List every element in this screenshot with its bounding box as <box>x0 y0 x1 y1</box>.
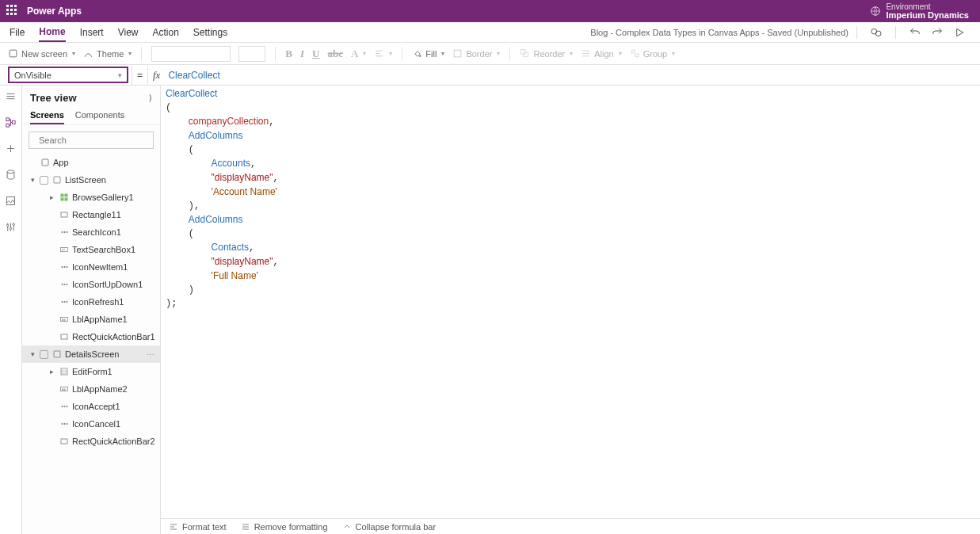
tab-screens[interactable]: Screens <box>30 107 64 124</box>
new-screen-label: New screen <box>21 49 67 59</box>
tree-item-label: IconAccept1 <box>72 402 120 411</box>
menu-view[interactable]: View <box>118 24 139 41</box>
collapse-icon[interactable]: ⟩ <box>149 93 152 102</box>
formula-code[interactable]: ClearCollect ( companyCollection, AddCol… <box>161 86 980 518</box>
svg-point-2 <box>875 31 881 36</box>
tree-item-label: DetailsScreen <box>65 349 119 359</box>
tab-components[interactable]: Components <box>75 107 124 124</box>
ico-icon <box>59 280 69 290</box>
tree-item-label: IconSortUpDown1 <box>72 280 143 289</box>
svg-rect-11 <box>6 124 10 127</box>
screen-icon <box>51 175 62 185</box>
svg-rect-20 <box>54 177 60 183</box>
font-select[interactable] <box>151 46 231 62</box>
tree-item-label: ListScreen <box>65 175 106 185</box>
collapse-formula-bar-button[interactable]: Collapse formula bar <box>342 522 437 532</box>
play-icon[interactable] <box>953 26 966 39</box>
strike-button[interactable]: abc <box>327 48 343 60</box>
svg-point-16 <box>10 227 12 230</box>
tree-control-node[interactable]: ▸EditForm1 <box>22 363 160 380</box>
fx-icon: fx <box>147 65 165 85</box>
underline-button[interactable]: U <box>312 48 319 60</box>
align-button[interactable]: Align <box>581 48 621 59</box>
text-align-button[interactable] <box>374 48 392 59</box>
svg-point-15 <box>7 224 10 227</box>
advanced-tools-icon[interactable] <box>5 221 17 233</box>
svg-rect-23 <box>60 198 63 201</box>
menu-home[interactable]: Home <box>39 23 65 42</box>
app-checker-icon[interactable] <box>870 26 883 39</box>
undo-icon[interactable] <box>909 26 921 39</box>
formula-bar-first-line[interactable]: ClearCollect <box>165 70 980 81</box>
tree-control-node[interactable]: ▸RectQuickActionBar1 <box>22 328 160 345</box>
ico-icon <box>59 227 69 238</box>
tree-item-label: BrowseGallery1 <box>72 193 134 202</box>
tree-control-node[interactable]: ▸AbLblAppName1 <box>22 311 160 328</box>
bold-button[interactable]: B <box>285 48 292 60</box>
svg-point-47 <box>63 406 65 407</box>
menu-action[interactable]: Action <box>153 24 179 41</box>
media-icon[interactable] <box>5 195 17 207</box>
svg-point-51 <box>66 423 67 425</box>
search-input[interactable] <box>39 135 148 145</box>
remove-formatting-button[interactable]: Remove formatting <box>241 522 328 532</box>
menu-file[interactable]: File <box>10 24 25 41</box>
tree-view-title: Tree view <box>30 92 77 104</box>
property-row: OnVisible ▾ = fx ClearCollect <box>0 65 980 86</box>
ico-icon <box>59 402 69 412</box>
italic-button[interactable]: I <box>300 48 304 60</box>
svg-rect-52 <box>61 439 67 444</box>
new-screen-button[interactable]: New screen <box>8 48 75 59</box>
tree-control-node[interactable]: ▸BrowseGallery1 <box>22 189 160 206</box>
tree-control-node[interactable]: ▸IconNewItem1 <box>22 258 160 276</box>
menu-bar: File Home Insert View Action Settings Bl… <box>0 22 980 43</box>
reorder-button[interactable]: Reorder <box>520 48 573 59</box>
tree-screen-node[interactable]: ▾ListScreen <box>22 171 160 189</box>
tree-control-node[interactable]: ▸TextSearchBox1 <box>22 241 160 258</box>
theme-button[interactable]: Theme <box>83 48 132 59</box>
property-selector[interactable]: OnVisible ▾ <box>8 67 128 83</box>
svg-point-30 <box>61 266 63 268</box>
group-button[interactable]: Group <box>630 48 676 59</box>
reorder-label: Reorder <box>533 49 565 59</box>
tree-control-node[interactable]: ▸SearchIcon1 <box>22 223 160 241</box>
chevron-right-icon[interactable]: ▸ <box>48 193 55 201</box>
insert-icon[interactable] <box>5 143 17 154</box>
menu-settings[interactable]: Settings <box>193 24 227 41</box>
font-color-button[interactable]: A <box>351 48 366 60</box>
tree-control-node[interactable]: ▸AbLblAppName2 <box>22 380 160 398</box>
rect-icon <box>59 332 69 342</box>
screen-checkbox[interactable] <box>40 350 48 359</box>
tree-control-node[interactable]: ▸IconRefresh1 <box>22 293 160 311</box>
format-text-button[interactable]: Format text <box>169 522 227 532</box>
svg-rect-10 <box>6 118 10 121</box>
environment-block[interactable]: Environment Imperium Dynamics <box>886 2 969 20</box>
chevron-down-icon[interactable]: ▾ <box>29 176 36 184</box>
tree-control-node[interactable]: ▸IconAccept1 <box>22 398 160 415</box>
redo-icon[interactable] <box>931 26 944 39</box>
svg-rect-25 <box>61 212 67 217</box>
data-icon[interactable] <box>5 169 17 181</box>
chevron-down-icon[interactable]: ▾ <box>29 350 36 358</box>
chevron-right-icon[interactable]: ▸ <box>48 368 55 376</box>
tree-search[interactable] <box>29 132 154 149</box>
tree-screen-node[interactable]: ▾DetailsScreen⋯ <box>22 345 160 363</box>
svg-point-31 <box>63 266 65 268</box>
menu-insert[interactable]: Insert <box>80 24 104 41</box>
tree-view-icon[interactable] <box>5 116 17 128</box>
fill-label: Fill <box>425 49 437 59</box>
hamburger-icon[interactable] <box>5 90 17 102</box>
screen-checkbox[interactable] <box>40 176 48 185</box>
tree-control-node[interactable]: ▸IconCancel1 <box>22 415 160 433</box>
tree-control-node[interactable]: ▸Rectangle11 <box>22 206 160 223</box>
more-icon[interactable]: ⋯ <box>147 350 155 359</box>
border-button[interactable]: Border <box>452 48 500 59</box>
left-rail <box>0 86 22 534</box>
tree-control-node[interactable]: ▸RectQuickActionBar2 <box>22 433 160 450</box>
font-size-select[interactable] <box>238 46 265 62</box>
border-label: Border <box>466 49 492 59</box>
waffle-icon[interactable] <box>6 5 19 17</box>
fill-button[interactable]: Fill <box>412 48 444 59</box>
tree-control-node[interactable]: ▸IconSortUpDown1 <box>22 276 160 293</box>
tree-app-node[interactable]: ▸ App <box>22 154 160 171</box>
